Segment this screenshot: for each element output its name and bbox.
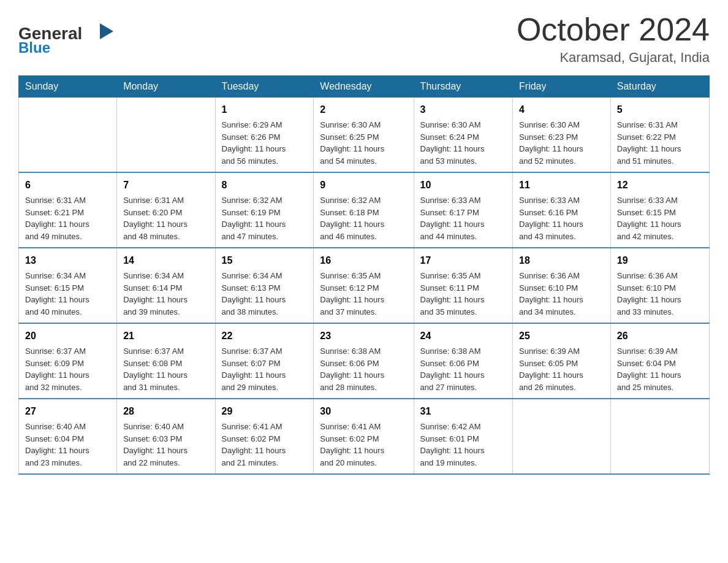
day-number: 17 [420, 253, 506, 268]
calendar-week-row: 1Sunrise: 6:29 AM Sunset: 6:26 PM Daylig… [19, 98, 710, 173]
location-title: Karamsad, Gujarat, India [517, 50, 710, 66]
day-number: 11 [519, 178, 604, 193]
calendar-day-cell: 20Sunrise: 6:37 AM Sunset: 6:09 PM Dayli… [19, 323, 117, 399]
day-info: Sunrise: 6:33 AM Sunset: 6:17 PM Dayligh… [420, 194, 506, 242]
day-info: Sunrise: 6:31 AM Sunset: 6:22 PM Dayligh… [617, 119, 703, 167]
day-number: 25 [519, 329, 604, 343]
day-number: 24 [420, 329, 506, 343]
col-tuesday: Tuesday [215, 76, 314, 98]
calendar-body: 1Sunrise: 6:29 AM Sunset: 6:26 PM Daylig… [19, 98, 710, 475]
day-number: 18 [519, 253, 604, 268]
calendar-day-cell: 29Sunrise: 6:41 AM Sunset: 6:02 PM Dayli… [215, 399, 314, 474]
day-info: Sunrise: 6:36 AM Sunset: 6:10 PM Dayligh… [519, 270, 604, 318]
calendar-day-cell: 25Sunrise: 6:39 AM Sunset: 6:05 PM Dayli… [513, 323, 611, 399]
day-number: 28 [123, 404, 208, 419]
day-number: 2 [320, 102, 407, 117]
day-info: Sunrise: 6:30 AM Sunset: 6:23 PM Dayligh… [519, 119, 604, 167]
svg-text:Blue: Blue [18, 39, 50, 56]
calendar-week-row: 13Sunrise: 6:34 AM Sunset: 6:15 PM Dayli… [19, 248, 710, 323]
calendar-day-cell: 12Sunrise: 6:33 AM Sunset: 6:15 PM Dayli… [610, 172, 709, 248]
col-monday: Monday [117, 76, 215, 98]
calendar-day-cell: 11Sunrise: 6:33 AM Sunset: 6:16 PM Dayli… [513, 172, 611, 248]
page-header: General Blue October 2024 Karamsad, Guja… [18, 12, 710, 66]
calendar-day-cell: 24Sunrise: 6:38 AM Sunset: 6:06 PM Dayli… [414, 323, 512, 399]
day-info: Sunrise: 6:30 AM Sunset: 6:25 PM Dayligh… [320, 119, 407, 167]
month-title: October 2024 [517, 12, 710, 47]
day-number: 3 [420, 102, 506, 117]
day-number: 6 [25, 178, 110, 193]
day-info: Sunrise: 6:33 AM Sunset: 6:15 PM Dayligh… [617, 194, 703, 242]
day-info: Sunrise: 6:35 AM Sunset: 6:12 PM Dayligh… [320, 270, 407, 318]
calendar-day-cell [117, 98, 215, 173]
svg-marker-1 [100, 23, 113, 39]
day-info: Sunrise: 6:34 AM Sunset: 6:13 PM Dayligh… [222, 270, 308, 318]
calendar-week-row: 6Sunrise: 6:31 AM Sunset: 6:21 PM Daylig… [19, 172, 710, 248]
day-number: 10 [420, 178, 506, 193]
col-wednesday: Wednesday [314, 76, 414, 98]
day-number: 5 [617, 102, 703, 117]
day-info: Sunrise: 6:32 AM Sunset: 6:19 PM Dayligh… [222, 194, 308, 242]
calendar-day-cell: 14Sunrise: 6:34 AM Sunset: 6:14 PM Dayli… [117, 248, 215, 323]
logo-svg: General Blue [18, 16, 116, 56]
day-info: Sunrise: 6:38 AM Sunset: 6:06 PM Dayligh… [320, 345, 407, 393]
calendar-day-cell: 5Sunrise: 6:31 AM Sunset: 6:22 PM Daylig… [610, 98, 709, 173]
day-number: 22 [222, 329, 308, 343]
calendar-day-cell: 2Sunrise: 6:30 AM Sunset: 6:25 PM Daylig… [314, 98, 414, 173]
calendar-day-cell: 7Sunrise: 6:31 AM Sunset: 6:20 PM Daylig… [117, 172, 215, 248]
day-info: Sunrise: 6:40 AM Sunset: 6:03 PM Dayligh… [123, 421, 208, 469]
calendar-day-cell: 31Sunrise: 6:42 AM Sunset: 6:01 PM Dayli… [414, 399, 512, 474]
calendar-week-row: 20Sunrise: 6:37 AM Sunset: 6:09 PM Dayli… [19, 323, 710, 399]
day-info: Sunrise: 6:36 AM Sunset: 6:10 PM Dayligh… [617, 270, 703, 318]
calendar-day-cell: 26Sunrise: 6:39 AM Sunset: 6:04 PM Dayli… [610, 323, 709, 399]
day-number: 14 [123, 253, 208, 268]
calendar-day-cell: 19Sunrise: 6:36 AM Sunset: 6:10 PM Dayli… [610, 248, 709, 323]
calendar-day-cell: 21Sunrise: 6:37 AM Sunset: 6:08 PM Dayli… [117, 323, 215, 399]
calendar-day-cell: 22Sunrise: 6:37 AM Sunset: 6:07 PM Dayli… [215, 323, 314, 399]
logo: General Blue [18, 12, 116, 56]
calendar-day-cell: 18Sunrise: 6:36 AM Sunset: 6:10 PM Dayli… [513, 248, 611, 323]
calendar-day-cell: 1Sunrise: 6:29 AM Sunset: 6:26 PM Daylig… [215, 98, 314, 173]
day-info: Sunrise: 6:42 AM Sunset: 6:01 PM Dayligh… [420, 421, 506, 469]
day-info: Sunrise: 6:32 AM Sunset: 6:18 PM Dayligh… [320, 194, 407, 242]
calendar-day-cell [19, 98, 117, 173]
day-number: 8 [222, 178, 308, 193]
day-info: Sunrise: 6:37 AM Sunset: 6:08 PM Dayligh… [123, 345, 208, 393]
col-thursday: Thursday [414, 76, 512, 98]
day-info: Sunrise: 6:37 AM Sunset: 6:09 PM Dayligh… [25, 345, 110, 393]
calendar-day-cell: 23Sunrise: 6:38 AM Sunset: 6:06 PM Dayli… [314, 323, 414, 399]
calendar-day-cell: 6Sunrise: 6:31 AM Sunset: 6:21 PM Daylig… [19, 172, 117, 248]
calendar-day-cell: 27Sunrise: 6:40 AM Sunset: 6:04 PM Dayli… [19, 399, 117, 474]
calendar-day-cell [610, 399, 709, 474]
day-info: Sunrise: 6:30 AM Sunset: 6:24 PM Dayligh… [420, 119, 506, 167]
day-info: Sunrise: 6:37 AM Sunset: 6:07 PM Dayligh… [222, 345, 308, 393]
calendar-day-cell: 10Sunrise: 6:33 AM Sunset: 6:17 PM Dayli… [414, 172, 512, 248]
day-number: 19 [617, 253, 703, 268]
calendar-day-cell: 4Sunrise: 6:30 AM Sunset: 6:23 PM Daylig… [513, 98, 611, 173]
day-number: 20 [25, 329, 110, 343]
col-friday: Friday [513, 76, 611, 98]
calendar-day-cell: 30Sunrise: 6:41 AM Sunset: 6:02 PM Dayli… [314, 399, 414, 474]
day-info: Sunrise: 6:29 AM Sunset: 6:26 PM Dayligh… [222, 119, 308, 167]
calendar-day-cell: 16Sunrise: 6:35 AM Sunset: 6:12 PM Dayli… [314, 248, 414, 323]
day-number: 9 [320, 178, 407, 193]
day-number: 1 [222, 102, 308, 117]
day-info: Sunrise: 6:41 AM Sunset: 6:02 PM Dayligh… [320, 421, 407, 469]
day-info: Sunrise: 6:41 AM Sunset: 6:02 PM Dayligh… [222, 421, 308, 469]
day-info: Sunrise: 6:33 AM Sunset: 6:16 PM Dayligh… [519, 194, 604, 242]
calendar-day-cell: 17Sunrise: 6:35 AM Sunset: 6:11 PM Dayli… [414, 248, 512, 323]
day-info: Sunrise: 6:34 AM Sunset: 6:15 PM Dayligh… [25, 270, 110, 318]
day-info: Sunrise: 6:40 AM Sunset: 6:04 PM Dayligh… [25, 421, 110, 469]
days-header-row: Sunday Monday Tuesday Wednesday Thursday… [19, 76, 710, 98]
day-info: Sunrise: 6:34 AM Sunset: 6:14 PM Dayligh… [123, 270, 208, 318]
day-number: 23 [320, 329, 407, 343]
day-number: 26 [617, 329, 703, 343]
calendar-day-cell: 28Sunrise: 6:40 AM Sunset: 6:03 PM Dayli… [117, 399, 215, 474]
calendar-header: Sunday Monday Tuesday Wednesday Thursday… [19, 76, 710, 98]
day-info: Sunrise: 6:35 AM Sunset: 6:11 PM Dayligh… [420, 270, 506, 318]
day-number: 16 [320, 253, 407, 268]
day-number: 13 [25, 253, 110, 268]
day-number: 15 [222, 253, 308, 268]
day-info: Sunrise: 6:31 AM Sunset: 6:21 PM Dayligh… [25, 194, 110, 242]
calendar-day-cell: 9Sunrise: 6:32 AM Sunset: 6:18 PM Daylig… [314, 172, 414, 248]
day-info: Sunrise: 6:39 AM Sunset: 6:04 PM Dayligh… [617, 345, 703, 393]
